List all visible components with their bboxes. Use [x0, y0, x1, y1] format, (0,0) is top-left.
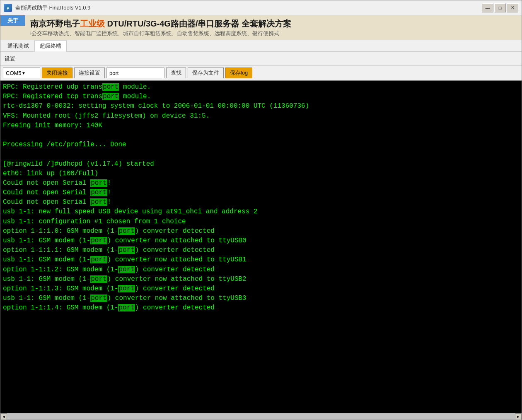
close-button[interactable]: ✕ [507, 3, 518, 12]
app-icon: F [4, 4, 12, 12]
main-window: F 全能调试助手 FinalTools V1.0.9 — □ ✕ 关于 南京环野… [0, 0, 522, 420]
terminal-line: Freeing init memory: 140K [3, 121, 519, 130]
com-port-select[interactable]: COM5 ▼ [3, 68, 40, 78]
hscroll-left-button[interactable]: ◄ [0, 413, 7, 420]
terminal-line: eth0: link up (100/Full) [3, 169, 519, 179]
highlight-port: port [90, 179, 107, 187]
highlight-port: port [90, 237, 107, 244]
brand-section: 南京环野电子工业级 DTU/RTU/3G-4G路由器/串口服务器 全套解决方案 … [25, 15, 522, 40]
tab-super-terminal[interactable]: 超级终端 [34, 40, 67, 52]
tab-communications[interactable]: 通讯测试 [2, 40, 34, 52]
highlight-port: port [118, 266, 135, 273]
main-toolbar: COM5 ▼ 关闭连接 连接设置 查找 保存为文件 保存log [0, 66, 522, 81]
terminal-line: option 1-1:1.2: GSM modem (1-port) conve… [3, 265, 519, 275]
hscroll-track[interactable] [7, 414, 515, 420]
settings-toolbar: 设置 [0, 52, 522, 66]
save-log-button[interactable]: 保存log [225, 68, 252, 78]
terminal-line: usb 1-1: new full speed USB device using… [3, 207, 519, 217]
terminal-content[interactable]: RPC: Registered udp transport module.RPC… [3, 82, 519, 411]
highlight-port: port [118, 227, 135, 235]
highlight-port: port [118, 246, 135, 254]
terminal-line: option 1-1:1.1: GSM modem (1-port) conve… [3, 246, 519, 255]
terminal-line: usb 1-1: GSM modem (1-port) converter no… [3, 236, 519, 246]
terminal-line: RPC: Registered tcp transport module. [3, 92, 519, 101]
terminal-line: VFS: Mounted root (jffs2 filesystem) on … [3, 111, 519, 121]
highlight-port: port [90, 256, 107, 263]
terminal-line: option 1-1:1.0: GSM modem (1-port) conve… [3, 227, 519, 236]
save-file-button[interactable]: 保存为文件 [188, 68, 224, 78]
brand-title-part2: DTU/RTU/3G-4G路由器/串口服务器 全套解决方案 [105, 19, 291, 28]
highlight-port: port [118, 304, 135, 311]
highlight-port: port [90, 189, 107, 196]
terminal-line: RPC: Registered udp transport module. [3, 82, 519, 92]
hscroll-right-button[interactable]: ► [515, 413, 522, 420]
close-connection-button[interactable]: 关闭连接 [42, 68, 72, 78]
com-port-arrow: ▼ [22, 71, 37, 75]
brand-subtitle: i公交车移动热点、智能电厂监控系统、城市自行车租赁系统、自动售货系统、远程调度系… [30, 30, 517, 37]
terminal-line: Could not open Serial port! [3, 179, 519, 188]
terminal-line: usb 1-1: GSM modem (1-port) converter no… [3, 275, 519, 284]
terminal-line: usb 1-1: configuration #1 chosen from 1 … [3, 217, 519, 227]
highlight-port: port [90, 294, 107, 302]
brand-title: 南京环野电子工业级 DTU/RTU/3G-4G路由器/串口服务器 全套解决方案 [30, 18, 517, 29]
terminal-area: RPC: Registered udp transport module.RPC… [0, 81, 522, 413]
terminal-line: option 1-1:1.4: GSM modem (1-port) conve… [3, 303, 519, 313]
svg-text:F: F [7, 7, 9, 10]
highlight-port: port [90, 275, 107, 283]
search-input[interactable] [106, 68, 164, 78]
terminal-line: usb 1-1: GSM modem (1-port) converter no… [3, 255, 519, 265]
terminal-line: option 1-1:1.3: GSM modem (1-port) conve… [3, 284, 519, 294]
window-controls: — □ ✕ [482, 3, 518, 12]
terminal-line: Could not open Serial port! [3, 188, 519, 198]
find-button[interactable]: 查找 [166, 68, 186, 78]
maximize-button[interactable]: □ [494, 3, 506, 12]
terminal-line: Processing /etc/profile... Done [3, 140, 519, 150]
titlebar: F 全能调试助手 FinalTools V1.0.9 — □ ✕ [0, 0, 522, 15]
com-port-value: COM5 [6, 70, 22, 76]
menubar: 关于 南京环野电子工业级 DTU/RTU/3G-4G路由器/串口服务器 全套解决… [0, 15, 522, 40]
window-title: 全能调试助手 FinalTools V1.0.9 [15, 4, 482, 12]
brand-title-part1: 南京环野电子 [30, 19, 80, 28]
highlight-port: port [118, 285, 135, 292]
brand-title-highlight: 工业级 [80, 19, 105, 28]
minimize-button[interactable]: — [482, 3, 493, 12]
terminal-line: usb 1-1: GSM modem (1-port) converter no… [3, 294, 519, 303]
highlight-port: port [90, 198, 107, 206]
settings-label: 设置 [3, 55, 17, 63]
highlight-port: port [102, 93, 119, 100]
terminal-line: rtc-ds1307 0-0032: setting system clock … [3, 101, 519, 111]
connection-settings-button[interactable]: 连接设置 [74, 68, 105, 78]
tabbar: 通讯测试 超级终端 [0, 40, 522, 52]
terminal-line: Could not open Serial port! [3, 198, 519, 207]
horizontal-scrollbar[interactable]: ◄ ► [0, 413, 522, 420]
terminal-line: [@ringwild /]#udhcpd (v1.17.4) started [3, 159, 519, 169]
highlight-port: port [102, 83, 119, 91]
about-button[interactable]: 关于 [0, 15, 25, 26]
